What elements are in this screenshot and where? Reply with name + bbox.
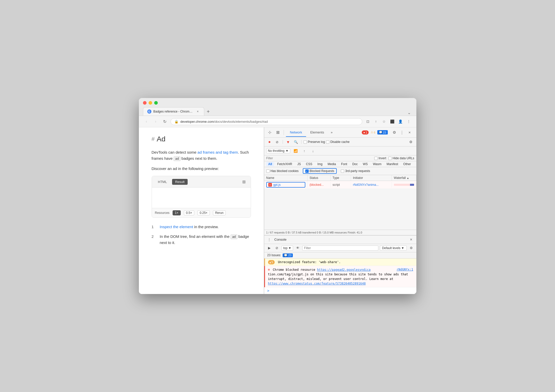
discover-text: Discover an ad in the following preview: <box>152 166 251 172</box>
console-prompt[interactable]: > <box>264 287 416 294</box>
console-block-button[interactable]: ⊘ <box>274 245 280 251</box>
col-name: Name <box>264 175 308 181</box>
tab-dropdown-button[interactable]: ⌄ <box>406 109 412 116</box>
preview-icon[interactable]: ⊞ <box>240 178 248 185</box>
profile-icon[interactable]: 👤 <box>397 118 404 125</box>
cast-icon[interactable]: ⊡ <box>364 118 371 125</box>
nt-sep-1 <box>283 140 283 144</box>
has-blocked-cookies-checkbox[interactable]: Has blocked cookies <box>266 169 299 173</box>
issues-count-badge: 💬 23 <box>283 253 293 257</box>
type-wasm-button[interactable]: Wasm <box>371 162 384 166</box>
tab-favicon: G <box>147 109 151 114</box>
devtools-panel: ⊹ ⊠ Network Elements » ● 1 ⚠ 6 💬 23 ⚙ ⋮ <box>264 127 416 294</box>
filter-icon[interactable]: ▼ <box>285 139 292 145</box>
close-window-button[interactable] <box>143 101 147 105</box>
upload-icon[interactable]: ↑ <box>301 148 308 154</box>
error-link2[interactable]: rNdGNYx:1 <box>396 267 413 272</box>
console-title: Console <box>274 238 406 241</box>
default-levels-selector[interactable]: Default levels ▼ <box>380 246 407 251</box>
default-levels-label: Default levels <box>382 246 401 250</box>
tab-close-button[interactable]: × <box>196 109 200 114</box>
clear-button[interactable]: ⊘ <box>274 139 281 145</box>
preserve-log-checkbox[interactable]: Preserve log <box>304 140 325 144</box>
type-js-button[interactable]: JS <box>295 162 303 166</box>
steps-list: 1 Inspect the element in the preview. 2 … <box>152 224 251 246</box>
file-name: gpt.js <box>273 183 281 187</box>
ad-badge-inline: ad <box>174 156 180 161</box>
close-devtools-button[interactable]: × <box>406 129 413 136</box>
intro-link1[interactable]: ad frames and tag them <box>198 150 238 154</box>
error-link3[interactable]: https://www.chromestatus.com/feature/573… <box>268 282 366 285</box>
maximize-window-button[interactable] <box>154 101 158 105</box>
intro-end: badges next to them. <box>180 156 217 161</box>
tab-elements[interactable]: Elements <box>306 128 328 137</box>
inspector-icon[interactable]: ⊹ <box>266 129 273 136</box>
network-row-0[interactable]: JS gpt.js (blocked... script rNdGNYx?ani… <box>264 181 416 189</box>
extensions-icon[interactable]: ⬛ <box>389 118 396 125</box>
active-tab[interactable]: G Badges reference - Chrome De × <box>143 107 204 116</box>
devtools-toolbar: ⊹ ⊠ Network Elements » ● 1 ⚠ 6 💬 23 ⚙ ⋮ <box>264 127 416 138</box>
step-2-badge: ad <box>231 235 237 239</box>
menu-icon[interactable]: ⋮ <box>405 118 412 125</box>
console-filter-input[interactable] <box>302 246 378 251</box>
rerun-button[interactable]: Rerun <box>213 210 226 215</box>
inspect-element-link[interactable]: Inspect the element <box>160 225 193 229</box>
more-tabs-button[interactable]: » <box>328 128 335 136</box>
third-party-checkbox[interactable]: 3rd-party requests <box>341 169 370 173</box>
type-ws-button[interactable]: WS <box>361 162 370 166</box>
settings-icon[interactable]: ⚙ <box>391 129 398 136</box>
console-play-button[interactable]: ▶ <box>266 245 272 251</box>
download-icon[interactable]: ↓ <box>310 148 316 154</box>
reload-button[interactable]: ↻ <box>161 118 168 125</box>
lock-icon: 🔒 <box>174 120 178 124</box>
console-context-selector[interactable]: top ▼ <box>282 246 293 251</box>
type-fetch-button[interactable]: Fetch/XHR <box>275 162 294 166</box>
throttle-row: No throttling ▼ 📶 ↑ ↓ <box>264 146 416 155</box>
res-1x-button[interactable]: 1× <box>173 210 181 215</box>
invert-label: Invert <box>379 156 386 160</box>
main-content: # Ad DevTools can detect some ad frames … <box>139 127 416 294</box>
forward-button[interactable]: › <box>152 118 159 125</box>
type-doc-button[interactable]: Doc <box>350 162 360 166</box>
bookmark-icon[interactable]: ☆ <box>381 118 388 125</box>
type-other-button[interactable]: Other <box>401 162 413 166</box>
col-type: Type <box>331 175 351 181</box>
search-button[interactable]: 🔍 <box>293 139 299 145</box>
tab-network[interactable]: Network <box>286 128 306 137</box>
console-settings-button[interactable]: ⚙ <box>408 245 414 251</box>
back-button[interactable]: ‹ <box>143 118 150 125</box>
res-05x-button[interactable]: 0.5× <box>184 210 195 215</box>
invert-checkbox[interactable]: Invert <box>374 156 386 160</box>
result-tab[interactable]: Result <box>172 179 188 185</box>
type-css-button[interactable]: CSS <box>304 162 315 166</box>
html-tab[interactable]: HTML <box>155 179 170 185</box>
type-manifest-button[interactable]: Manifest <box>384 162 400 166</box>
error-mid-text: tion.com/tag/js/gpt.js <box>268 273 309 276</box>
throttle-selector[interactable]: No throttling ▼ <box>266 148 291 153</box>
network-filter-input[interactable] <box>266 156 372 160</box>
disable-cache-check <box>326 140 329 144</box>
console-error-msg: ⊗ Chrome blocked resource https://pagead… <box>264 266 416 288</box>
res-025x-button[interactable]: 0.25× <box>197 210 210 215</box>
type-img-button[interactable]: Img <box>315 162 324 166</box>
wifi-icon[interactable]: 📶 <box>292 148 299 154</box>
share-icon[interactable]: ↑ <box>372 118 380 125</box>
url-bar[interactable]: 🔒 developer.chrome.com/docs/devtools/ele… <box>171 118 362 125</box>
record-button[interactable]: ● <box>266 139 273 145</box>
type-font-button[interactable]: Font <box>339 162 349 166</box>
prompt-arrow-icon: > <box>267 289 269 293</box>
device-icon[interactable]: ⊠ <box>274 129 282 136</box>
new-tab-button[interactable]: + <box>204 107 212 116</box>
error-link1[interactable]: https://pagead2.googlesyndica <box>317 268 371 272</box>
network-gear-button[interactable]: ⚙ <box>408 139 414 145</box>
minimize-window-button[interactable] <box>149 101 152 105</box>
blocked-requests-checkbox[interactable]: ✓ Blocked Requests <box>303 168 337 174</box>
more-options-icon[interactable]: ⋮ <box>399 129 406 136</box>
console-eye-button[interactable]: 👁 <box>295 245 301 251</box>
hide-data-urls-checkbox[interactable]: Hide data URLs <box>388 156 414 160</box>
disable-cache-label: Disable cache <box>330 140 349 144</box>
console-close-button[interactable]: × <box>408 237 414 243</box>
type-all-button[interactable]: All <box>266 162 274 166</box>
disable-cache-checkbox[interactable]: Disable cache <box>326 140 349 144</box>
type-media-button[interactable]: Media <box>325 162 338 166</box>
